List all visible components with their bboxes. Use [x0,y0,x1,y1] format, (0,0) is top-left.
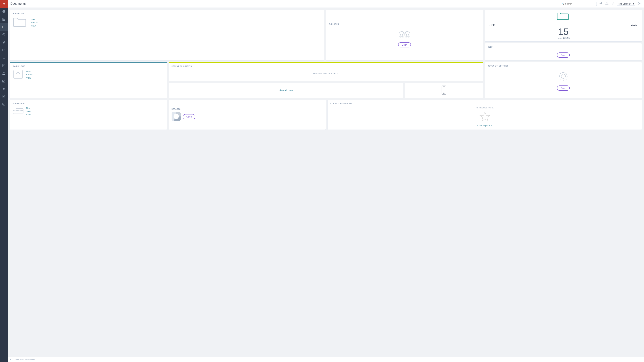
documents-search-link[interactable]: Search [31,21,38,24]
reports-content: Open [172,112,323,121]
organizers-inner: New Search View [12,106,164,116]
recent-empty-text: No recent InfoCards found. [172,69,480,78]
right-column: APR 2020 15 Login: 4:05 PM HELP Open [485,10,642,60]
help-card: HELP Open [485,43,642,60]
calendar-folder-icon [487,12,640,21]
explorer-open-button[interactable]: Open [398,42,411,47]
search-input[interactable] [565,2,595,5]
mobile-icon-card [405,83,483,98]
help-button[interactable]: ? [10,358,14,361]
reports-card: REPORTS Open [169,100,326,130]
links-row: View All Links [169,83,483,98]
svg-rect-25 [403,34,406,36]
pie-chart-icon [172,112,181,121]
reports-title: REPORTS [172,108,323,110]
document-settings-open-button[interactable]: Open [557,85,570,91]
workflows-new-link[interactable]: New [26,70,33,73]
documents-inner: New Search View [12,16,321,29]
favorites-empty-text: No favorites found. [476,106,494,109]
timezone-text: Time Zone: US/Mountain [15,359,35,361]
workflows-card: WORKFLOWS New Search View [10,62,167,98]
sidebar-item-tasks[interactable] [0,62,8,69]
help-open-button[interactable]: Open [557,52,570,58]
svg-point-30 [444,93,444,94]
link-icon[interactable] [611,2,615,6]
svg-rect-4 [4,18,5,19]
reports-open-button[interactable]: Open [183,114,196,119]
svg-point-16 [4,74,4,74]
search-icon: 🔍 [562,3,564,5]
explorer-title: EXPLORER [329,23,339,25]
svg-rect-5 [3,19,4,21]
sidebar-item-signature[interactable] [0,85,8,92]
favorites-title: FAVORITE DOCUMENTS [330,103,639,105]
workflows-search-link[interactable]: Search [26,73,33,76]
workflow-icon [12,69,24,80]
organizers-new-link[interactable]: New [26,107,33,109]
view-all-links-card: View All Links [169,83,403,98]
svg-rect-6 [4,19,5,21]
sidebar-item-learning[interactable] [0,38,8,46]
calendar-card: APR 2020 15 Login: 4:05 PM [485,10,642,41]
documents-folder-icon [12,16,28,29]
workflows-links: New Search View [26,70,33,79]
documents-card: DOCUMENTS New Search View [10,10,324,60]
favorites-empty-area: No favorites found. Open Explorer > [330,106,639,127]
explorer-card: EXPLORER Open [326,10,483,60]
app-logo[interactable]: m [0,0,8,8]
calendar-year: 2020 [631,23,637,26]
documents-links: New Search View [31,18,38,27]
svg-rect-19 [3,103,5,105]
svg-point-24 [405,31,410,38]
sidebar-item-alerts[interactable] [0,69,8,77]
view-all-links-text[interactable]: View All Links [279,89,293,92]
svg-point-32 [561,74,566,78]
calendar-day: 15 [487,27,640,36]
row-1: DOCUMENTS New Search View EXPLO [10,10,642,60]
organizers-search-link[interactable]: Search [26,110,33,113]
open-explorer-link[interactable]: Open Explorer > [478,124,492,127]
logout-icon[interactable] [637,2,641,6]
sidebar-item-folders[interactable] [0,46,8,54]
svg-marker-34 [480,112,490,121]
recent-documents-card: RECENT DOCUMENTS No recent InfoCards fou… [169,62,483,81]
sidebar-item-list[interactable] [0,54,8,62]
calendar-date-area: APR 2020 15 Login: 4:05 PM [487,22,640,39]
sidebar-item-edit[interactable] [0,77,8,85]
documents-new-link[interactable]: New [31,18,38,21]
organizers-view-link[interactable]: View [26,113,33,116]
sidebar-item-settings[interactable] [0,100,8,108]
document-settings-title: DOCUMENT SETTINGS [488,65,639,67]
footer: ? Time Zone: US/Mountain [8,357,644,362]
document-settings-card: DOCUMENT SETTINGS Open [485,62,642,98]
sidebar-item-dashboard[interactable] [0,15,8,23]
dropdown-arrow: ▾ [633,2,634,5]
documents-view-link[interactable]: View [31,24,38,27]
svg-marker-21 [600,2,602,4]
settings-inner: Open [488,69,639,91]
recent-title: RECENT DOCUMENTS [172,65,480,67]
svg-point-20 [4,104,4,105]
sidebar: m [0,0,8,362]
sidebar-item-documents[interactable] [0,23,8,31]
user-name: Rob Carpenter [618,2,632,5]
binoculars-icon [398,29,411,40]
sidebar-item-add[interactable] [0,31,8,38]
user-menu[interactable]: Rob Carpenter ▾ [617,2,635,5]
mobile-icon [440,85,447,95]
search-bar[interactable]: 🔍 [560,2,597,6]
navigation-icon[interactable] [599,2,603,6]
sidebar-item-globe[interactable] [0,8,8,15]
documents-title: DOCUMENTS [12,13,321,15]
workflows-view-link[interactable]: View [26,77,33,79]
alert-icon[interactable] [605,2,609,6]
favorites-card: FAVORITE DOCUMENTS No favorites found. O… [328,100,642,130]
help-divider [488,51,639,51]
page-title: Documents [10,2,558,5]
svg-rect-3 [3,18,4,19]
center-column-row2: RECENT DOCUMENTS No recent InfoCards fou… [169,62,483,98]
main-area: Documents 🔍 Rob Carpenter ▾ [8,0,644,362]
row-3: ORGANIZERS New Search View [10,100,642,130]
svg-point-23 [399,31,404,38]
sidebar-item-reports[interactable] [0,92,8,100]
